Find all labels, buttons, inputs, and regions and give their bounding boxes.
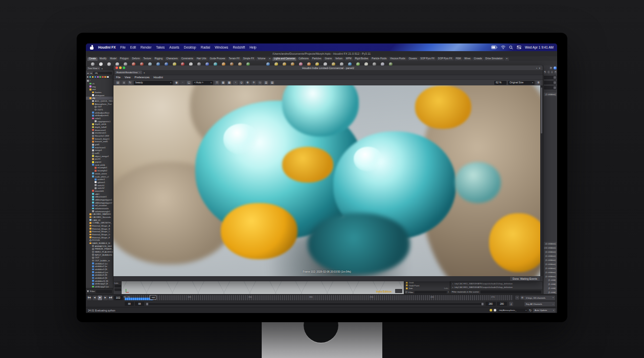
node-connector-icon[interactable]	[554, 81, 556, 84]
target-icon[interactable]: ◎	[239, 81, 244, 85]
children-count-row[interactable]: (0 children)	[544, 258, 557, 261]
close-tab-icon[interactable]: ×	[139, 71, 141, 74]
children-count-row[interactable]: (0 children)	[544, 270, 557, 274]
menubar-clock[interactable]: Wed Apr 1 9:41 AM	[525, 46, 554, 49]
shelf-tab[interactable]: Viscous Fluids	[388, 57, 407, 61]
children-count-row[interactable]: (0 children)	[544, 266, 557, 270]
shelf-tab[interactable]: +	[504, 57, 509, 61]
node-connector-icon[interactable]	[554, 86, 556, 89]
checker-icon[interactable]: ▩	[227, 81, 232, 85]
renderview-menu-item[interactable]: View	[125, 76, 131, 79]
global-range-end-field[interactable]: 280	[497, 302, 507, 306]
crop-region-icon[interactable]: ◱	[187, 81, 191, 85]
display-size-select[interactable]: Original Size▾	[508, 81, 535, 85]
menubar-item[interactable]: Render	[141, 46, 151, 49]
shelf-tab[interactable]: Constraints	[180, 57, 195, 61]
mini-field[interactable]	[114, 285, 121, 287]
close-window-button[interactable]	[116, 66, 118, 69]
edit-icon[interactable]: ✎	[544, 71, 546, 74]
current-frame-field[interactable]: 102	[114, 296, 123, 300]
bucket-order-select[interactable]: < Auto >▾	[193, 81, 213, 85]
shelf-tab[interactable]: Particles	[311, 57, 323, 61]
play-button[interactable]: ▶	[103, 296, 108, 300]
shelf-tab[interactable]: +	[267, 57, 272, 61]
expand-icon[interactable]: ✛	[251, 81, 256, 85]
timeline-zoom-icon[interactable]: ○	[515, 296, 519, 300]
renderview-menu-item[interactable]: File	[116, 76, 121, 79]
apple-menu-icon[interactable]	[90, 46, 94, 50]
nav-forward-icon[interactable]: ➡	[90, 72, 92, 75]
shelf-tab[interactable]: DOP Pyro FX	[436, 57, 454, 61]
add-tab-button[interactable]: +	[101, 67, 103, 70]
shelf-tab[interactable]: Create	[87, 57, 98, 61]
isolate-icon[interactable]: ▫	[180, 81, 185, 85]
shelf-tab[interactable]: Modify	[98, 57, 108, 61]
render-camera-icon[interactable]: ◉	[174, 81, 179, 85]
range-handle-right[interactable]	[481, 303, 484, 305]
shelf-tab[interactable]: SOP Pyro FX	[419, 57, 436, 61]
global-range-start-field[interactable]: 88	[125, 302, 134, 306]
wifi-icon[interactable]	[501, 46, 505, 49]
network-corner-button[interactable]	[395, 289, 402, 293]
parameter-field[interactable]	[544, 81, 557, 84]
filter-type-icon[interactable]	[99, 76, 101, 78]
shelf-tab[interactable]: Polygon	[119, 57, 130, 61]
shelf-tab[interactable]: Characters	[165, 57, 179, 61]
playback-range-end-field[interactable]: 280	[486, 302, 496, 306]
shelf-tab[interactable]: Volume	[256, 57, 267, 61]
shelf-tab[interactable]: Guide Process	[209, 57, 227, 61]
parameter-field[interactable]	[544, 86, 557, 90]
renderview-menu-item[interactable]: Preferences	[134, 76, 149, 79]
filter-type-icon[interactable]	[92, 76, 94, 78]
filter-type-icon[interactable]	[87, 76, 88, 78]
shop-definition-row[interactable]: ▸ /obj/CACHED_MAINSHAPE/uvquickshade2/sh…	[451, 285, 542, 289]
parameter-field[interactable]	[544, 76, 557, 79]
keys-channels-dropdown[interactable]: 0 keys, 0/0 channels▾	[524, 296, 555, 300]
chevron-down-icon[interactable]: ▾	[448, 291, 449, 293]
filter-type-icon[interactable]	[107, 76, 108, 78]
shelf-tab[interactable]: Grains	[323, 57, 333, 61]
range-handle-left[interactable]	[146, 303, 148, 305]
filter-type-icon[interactable]	[89, 76, 91, 78]
dopesheet-icon[interactable]: ▤	[520, 296, 524, 300]
houdini-window-titlebar[interactable]: /Users/andre/Documents/Projects/Morph.hi…	[86, 51, 557, 56]
children-count-row[interactable]: (0 children)	[544, 242, 557, 245]
children-count-row[interactable]: (14 children)	[544, 246, 557, 250]
shelf-tool-icon[interactable]	[99, 62, 103, 66]
tree-path-field[interactable]: obj	[93, 72, 112, 75]
timeline-ruler[interactable]: 8890120150180210240270 102	[125, 295, 513, 300]
shelf-tab[interactable]: FEM	[454, 57, 463, 61]
filter-type-icon[interactable]	[104, 76, 106, 78]
go-to-start-button[interactable]: ▮◀	[87, 296, 91, 300]
children-count-row[interactable]: (0 children)	[544, 274, 557, 278]
tree-view-tab[interactable]: Tree View ×	[87, 66, 100, 70]
open-snapshot-icon[interactable]: ▤	[116, 81, 120, 85]
lock-icon[interactable]: ⚿	[215, 81, 219, 85]
nav-back-icon[interactable]: ⬅	[87, 72, 89, 75]
key-all-channels-button[interactable]: Key All Channels↕	[524, 302, 555, 306]
shelf-tab[interactable]: Drive Simulation	[484, 57, 504, 61]
shelf-tab[interactable]: MPM	[344, 57, 353, 61]
material-filter-checkbox[interactable]: ✓	[405, 291, 407, 293]
shelf-tab[interactable]: Wires	[463, 57, 472, 61]
shelf-tab[interactable]: Vellum	[334, 57, 344, 61]
pin-icon[interactable]: ➤	[549, 66, 553, 70]
node-connector-icon[interactable]	[554, 76, 556, 79]
menubar-item[interactable]: Takes	[156, 46, 165, 49]
shelf-tab[interactable]: Oceans	[407, 57, 419, 61]
children-count-row[interactable]: (0 children)	[544, 250, 557, 254]
children-count-row[interactable]: (0 children)	[544, 254, 557, 257]
filter-type-icon[interactable]	[97, 76, 99, 78]
shelf-tool-icon[interactable]	[107, 62, 111, 66]
shelf-tab[interactable]: Rigging	[153, 57, 165, 61]
menubar-item[interactable]: Desktop	[184, 46, 196, 49]
shelf-tab[interactable]: Particle Fluids	[370, 57, 388, 61]
expand-arrow-icon[interactable]: ▸	[452, 282, 453, 285]
expand-arrow-icon[interactable]: ▸	[452, 286, 453, 288]
info-icon[interactable]: i	[551, 71, 554, 74]
filter-type-icon[interactable]	[95, 76, 96, 78]
renderview-tab[interactable]: Redshift RenderView×	[115, 71, 142, 74]
playhead-marker[interactable]: 102	[150, 295, 156, 300]
shelf-tab[interactable]: Lights and Cameras	[272, 57, 296, 61]
key-icon[interactable]: ⚷	[509, 302, 513, 306]
